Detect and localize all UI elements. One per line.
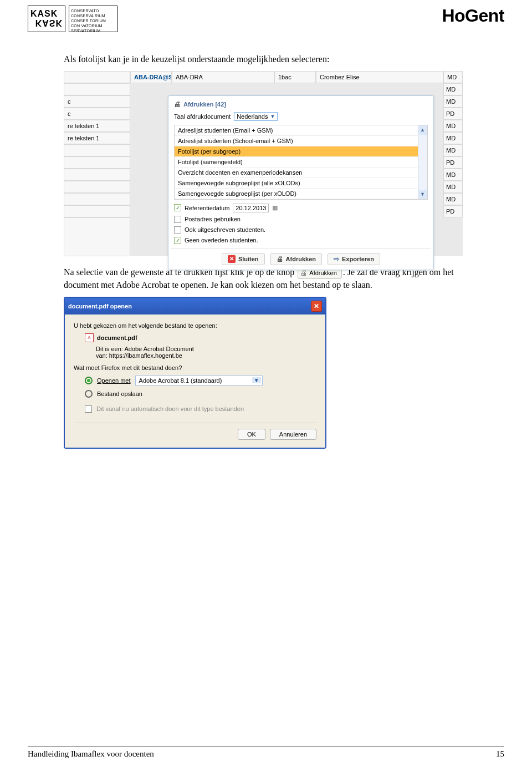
conserv-line: SERVATORIUM — [71, 28, 115, 33]
save-label: Bestand opslaan — [97, 390, 142, 397]
open-with-select[interactable]: Adobe Acrobat 8.1 (standaard) ▼ — [135, 376, 263, 385]
calendar-icon[interactable]: ▦ — [272, 204, 278, 211]
list-item[interactable]: Samengevoegde subgroeplijst (per xOLOD) — [175, 189, 427, 199]
download-filename: document.pdf — [97, 334, 137, 341]
side-cell — [64, 83, 130, 95]
page-header: KASK KASK CONSERVATO CONSERVA RIUM CONSE… — [28, 6, 504, 32]
download-intro: U hebt gekozen om het volgende bestand t… — [74, 322, 316, 329]
export-icon: ⇨ — [334, 255, 339, 263]
list-item[interactable]: Samengevoegde subgroeplijst (alle xOLODs… — [175, 178, 427, 189]
page-number: 15 — [496, 749, 504, 759]
close-button[interactable]: ✕ — [311, 301, 322, 312]
uitgeschreven-label: Ook uitgeschreven studenten. — [185, 226, 265, 233]
checkbox-uitgeschreven[interactable]: ✓ — [174, 226, 181, 234]
side-cell — [64, 181, 130, 193]
exporteren-button[interactable]: ⇨ Exporteren — [328, 253, 380, 265]
radio-save[interactable] — [85, 390, 93, 398]
overleden-label: Geen overleden studenten. — [185, 237, 258, 244]
type-value: Adobe Acrobat Document — [124, 346, 193, 352]
grid-code: ABA-DRA@S1 — [130, 71, 172, 83]
open-with-value: Adobe Acrobat 8.1 (standaard) — [139, 377, 222, 384]
download-question: Wat moet Firefox met dit bestand doen? — [74, 364, 316, 371]
checkbox-auto[interactable] — [85, 405, 92, 413]
dialog-title: Afdrukken [42] — [183, 101, 226, 108]
from-label: van: — [96, 352, 108, 359]
side-cell — [64, 156, 130, 169]
grid-cell: MD — [443, 71, 463, 83]
tag: PD — [443, 108, 463, 120]
lang-label: Taal afdrukdocument — [174, 113, 231, 120]
list-item[interactable]: Adreslijst studenten (Email + GSM) — [175, 125, 427, 136]
download-title-bar: document.pdf openen ✕ — [65, 298, 325, 315]
kask-bottom: KASK — [35, 18, 63, 27]
scroll-down-icon[interactable]: ▼ — [418, 190, 427, 199]
download-title: document.pdf openen — [68, 303, 132, 310]
right-tags: MD MD PD MD MD MD PD MD MD MD PD — [443, 83, 463, 217]
annuleren-button[interactable]: Annuleren — [270, 429, 316, 440]
list-item[interactable]: Adreslijst studenten (School-email + GSM… — [175, 136, 427, 146]
list-item-selected[interactable]: Fotolijst (per subgroep) — [175, 146, 427, 157]
ok-button[interactable]: OK — [238, 429, 265, 440]
list-item[interactable]: Overzicht docenten en examenperiodekanse… — [175, 168, 427, 178]
side-cell — [64, 205, 130, 217]
type-label: Dit is een: — [96, 346, 123, 352]
afdrukken-label: Afdrukken — [286, 256, 316, 262]
grid-cell — [64, 71, 130, 83]
conserv-line: CONSER TORIUM — [71, 18, 115, 23]
checkbox-refdate[interactable]: ✓ — [174, 204, 181, 211]
grid-cell: Crombez Elise — [316, 71, 443, 83]
close-icon: ✕ — [228, 255, 236, 263]
postadres-label: Postadres gebruiken — [185, 216, 241, 222]
afdrukken-button[interactable]: 🖨 Afdrukken — [270, 253, 322, 265]
inline-afdrukken-label: Afdrukken — [309, 269, 337, 277]
pdf-icon: A — [85, 333, 94, 342]
screenshot-afdrukken-dialog: ABA-DRA@S1 ABA-DRA 1bac Crombez Elise MD… — [64, 71, 463, 256]
dialog-title-row: 🖨 Afdrukken [42] — [171, 98, 431, 110]
printer-icon: 🖨 — [277, 255, 283, 263]
hogent-logo: HoGent — [442, 6, 504, 26]
conserv-line: CONSERVA RIUM — [71, 13, 115, 18]
from-value: https://ibamaflex.hogent.be — [109, 352, 182, 359]
side-cell — [64, 144, 130, 156]
checkbox-overleden[interactable]: ✓ — [174, 237, 181, 244]
sluiten-label: Sluiten — [238, 256, 259, 262]
conservatorium-logo: CONSERVATO CONSERVA RIUM CONSER TORIUM C… — [69, 6, 117, 32]
conserv-line: CONSERVATO — [71, 8, 115, 13]
exporteren-label: Exporteren — [342, 256, 374, 262]
lang-select[interactable]: Nederlands ▼ — [234, 112, 278, 121]
sluiten-button[interactable]: ✕ Sluiten — [222, 253, 265, 265]
conserv-line: CON VATORIUM — [71, 23, 115, 28]
auto-label: Dit vanaf nu automatisch doen voor dit t… — [96, 405, 244, 412]
side-cell: re teksten 1 — [64, 132, 130, 144]
side-cell: c — [64, 108, 130, 120]
tag: MD — [443, 144, 463, 156]
report-listbox[interactable]: Adreslijst studenten (Email + GSM) Adres… — [174, 125, 428, 200]
side-cell — [64, 169, 130, 181]
scroll-up-icon[interactable]: ▲ — [418, 125, 427, 135]
grid-cell: ABA-DRA — [172, 71, 274, 83]
tag: MD — [443, 181, 463, 193]
tag: MD — [443, 132, 463, 144]
tag: PD — [443, 156, 463, 169]
chevron-down-icon: ▼ — [252, 377, 261, 383]
tag: MD — [443, 120, 463, 132]
refdate-label: Referentiedatum — [185, 205, 229, 211]
side-cell: re teksten 1 — [64, 120, 130, 132]
kask-top: KASK — [30, 9, 63, 18]
checkbox-postadres[interactable]: ✓ — [174, 216, 181, 223]
lang-value: Nederlands — [237, 113, 268, 120]
paragraph-1: Als fotolijst kan je in de keuzelijst on… — [64, 53, 468, 65]
open-with-label: Openen met — [97, 377, 131, 384]
list-item[interactable]: Fotolijst (samengesteld) — [175, 157, 427, 168]
tag: MD — [443, 95, 463, 108]
tag: MD — [443, 83, 463, 95]
kask-logo: KASK KASK — [28, 6, 65, 32]
radio-open-with[interactable] — [85, 377, 93, 384]
refdate-input[interactable]: 20.12.2013 — [233, 204, 269, 212]
printer-icon: 🖨 — [174, 100, 181, 108]
page-footer: Handleiding Ibamaflex voor docenten 15 — [28, 747, 504, 759]
tag: MD — [443, 193, 463, 205]
scrollbar[interactable]: ▲ ▼ — [418, 125, 427, 199]
side-cell — [64, 193, 130, 205]
afdrukken-dialog: 🖨 Afdrukken [42] Taal afdrukdocument Ned… — [168, 95, 434, 270]
